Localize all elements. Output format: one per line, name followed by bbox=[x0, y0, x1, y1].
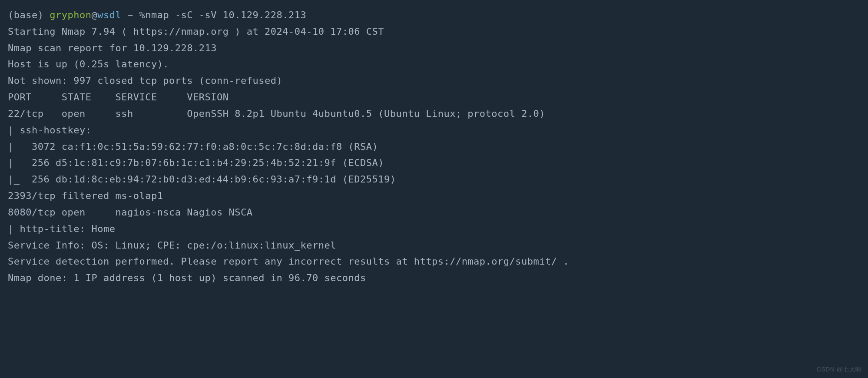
output-line: Host is up (0.25s latency). bbox=[8, 56, 860, 73]
prompt-host: wsdl bbox=[97, 10, 121, 20]
output-line: |_http-title: Home bbox=[8, 221, 860, 237]
prompt-at: @ bbox=[91, 10, 97, 20]
output-line: Nmap done: 1 IP address (1 host up) scan… bbox=[8, 270, 860, 286]
prompt-path: ~ % bbox=[121, 10, 145, 20]
output-line: |_ 256 db:1d:8c:eb:94:72:b0:d3:ed:44:b9:… bbox=[8, 171, 860, 188]
output-line: Not shown: 997 closed tcp ports (conn-re… bbox=[8, 73, 860, 89]
prompt-user: gryphon bbox=[50, 10, 91, 20]
output-line: 2393/tcp filtered ms-olap1 bbox=[8, 188, 860, 204]
prompt-env: (base) bbox=[8, 10, 50, 20]
terminal-window[interactable]: (base) gryphon@wsdl ~ %nmap -sC -sV 10.1… bbox=[8, 7, 860, 286]
output-line: | 3072 ca:f1:0c:51:5a:59:62:77:f0:a8:0c:… bbox=[8, 139, 860, 155]
output-line: PORT STATE SERVICE VERSION bbox=[8, 89, 860, 106]
output-line: 8080/tcp open nagios-nsca Nagios NSCA bbox=[8, 204, 860, 221]
output-line: Service detection performed. Please repo… bbox=[8, 253, 860, 270]
command-text: nmap -sC -sV 10.129.228.213 bbox=[145, 10, 306, 20]
output-line: | 256 d5:1c:81:c9:7b:07:6b:1c:c1:b4:29:2… bbox=[8, 155, 860, 171]
output-line: Starting Nmap 7.94 ( https://nmap.org ) … bbox=[8, 23, 860, 40]
output-line: Service Info: OS: Linux; CPE: cpe:/o:lin… bbox=[8, 237, 860, 254]
watermark: CSDN @七天啊 bbox=[817, 364, 862, 375]
output-line: | ssh-hostkey: bbox=[8, 122, 860, 139]
prompt-line: (base) gryphon@wsdl ~ %nmap -sC -sV 10.1… bbox=[8, 7, 860, 23]
output-line: 22/tcp open ssh OpenSSH 8.2p1 Ubuntu 4ub… bbox=[8, 106, 860, 122]
output-line: Nmap scan report for 10.129.228.213 bbox=[8, 40, 860, 56]
